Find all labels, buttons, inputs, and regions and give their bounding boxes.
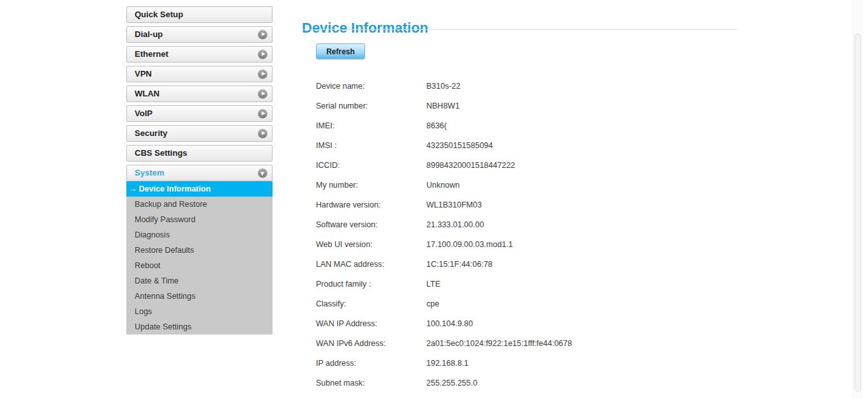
sidebar-item-label: VoIP (135, 109, 153, 118)
submenu-item-label: Reboot (135, 261, 160, 270)
info-row-label: Software version: (316, 220, 426, 229)
table-row: WAN IPv6 Address:2a01:5ec0:1024:f922:1e1… (316, 333, 737, 353)
submenu-item-update-settings[interactable]: Update Settings (126, 319, 273, 335)
info-row-label: IMSI : (316, 141, 426, 150)
submenu-item-label: Diagnosis (135, 230, 170, 239)
submenu-item-label: Modify Password (135, 215, 195, 224)
info-row-value: 21.333.01.00.00 (426, 220, 484, 229)
sidebar-item-ethernet[interactable]: Ethernet (126, 46, 273, 63)
chevron-right-icon (258, 89, 267, 99)
submenu-item-diagnosis[interactable]: Diagnosis (126, 227, 273, 243)
device-info-list: Device name:B310s-22Serial number:NBH8W1… (316, 76, 737, 393)
submenu-item-backup-and-restore[interactable]: Backup and Restore (126, 197, 273, 212)
sidebar: Quick SetupDial-upEthernetVPNWLANVoIPSec… (126, 6, 273, 335)
info-row-label: Subnet mask: (316, 379, 426, 388)
sidebar-item-label: Dial-up (135, 29, 163, 39)
submenu-item-date-time[interactable]: Date & Time (126, 273, 273, 289)
sidebar-item-label: CBS Settings (135, 148, 187, 158)
sidebar-item-security[interactable]: Security (126, 125, 273, 142)
info-row-value: 192.168.8.1 (426, 359, 468, 368)
table-row: IMSI :432350151585094 (316, 135, 737, 155)
table-row: My number:Unknown (316, 175, 737, 195)
sidebar-item-cbs-settings[interactable]: CBS Settings (126, 145, 273, 162)
router-admin-page: Quick SetupDial-upEthernetVPNWLANVoIPSec… (0, 0, 868, 399)
sidebar-item-label: Ethernet (135, 49, 168, 59)
submenu-item-antenna-settings[interactable]: Antenna Settings (126, 289, 273, 304)
sidebar-item-quick-setup[interactable]: Quick Setup (126, 6, 273, 23)
page-title: Device Information (302, 20, 428, 36)
info-row-value: 255.255.255.0 (426, 379, 477, 388)
table-row: IMEI:8636( (316, 116, 737, 135)
info-row-value: NBH8W1 (426, 102, 460, 110)
sidebar-item-label: WLAN (135, 89, 160, 98)
submenu-item-device-information[interactable]: →Device Information (126, 181, 273, 197)
info-row-value: Unknown (426, 181, 460, 190)
submenu-item-modify-password[interactable]: Modify Password (126, 212, 273, 227)
info-row-value: LTE (426, 280, 440, 289)
info-row-label: IMEI: (316, 121, 426, 130)
chevron-right-icon (258, 30, 267, 40)
table-row: Serial number:NBH8W1 (316, 96, 737, 116)
info-row-label: LAN MAC address: (316, 260, 426, 269)
sidebar-item-label: VPN (135, 69, 152, 79)
sidebar-item-label: Quick Setup (135, 10, 183, 19)
table-row: LAN MAC address:1C:15:1F:44:06:78 (316, 254, 737, 274)
info-row-value: WL1B310FM03 (426, 200, 482, 209)
title-divider (302, 29, 737, 30)
chevron-down-icon (258, 169, 267, 178)
submenu-item-label: Backup and Restore (135, 200, 207, 209)
info-row-value: 100.104.9.80 (426, 319, 473, 328)
info-row-value: 17.100.09.00.03.mod1.1 (426, 240, 513, 249)
chevron-right-icon (258, 50, 267, 59)
refresh-button[interactable]: Refresh (316, 43, 365, 59)
info-row-label: Device name: (316, 82, 426, 91)
sidebar-item-dial-up[interactable]: Dial-up (126, 26, 273, 43)
sidebar-item-label: Security (135, 128, 167, 138)
sidebar-item-system[interactable]: System (126, 165, 273, 181)
active-item-arrow-icon: → (129, 184, 137, 193)
info-row-label: My number: (316, 181, 426, 190)
table-row: Classify:cpe (316, 294, 737, 313)
chevron-right-icon (258, 129, 267, 139)
sidebar-item-vpn[interactable]: VPN (126, 66, 273, 82)
table-row: Hardware version:WL1B310FM03 (316, 195, 737, 215)
table-row: Software version:21.333.01.00.00 (316, 215, 737, 234)
sidebar-submenu-system: →Device InformationBackup and RestoreMod… (126, 181, 273, 335)
info-row-value: cpe (426, 299, 439, 308)
submenu-item-label: Update Settings (135, 322, 191, 331)
sidebar-item-label: System (135, 168, 164, 177)
info-row-label: Hardware version: (316, 200, 426, 209)
info-row-label: ICCID: (316, 161, 426, 170)
chevron-right-icon (258, 70, 267, 79)
table-row: Web UI version:17.100.09.00.03.mod1.1 (316, 234, 737, 254)
sidebar-item-wlan[interactable]: WLAN (126, 86, 273, 102)
table-row: ICCID:89984320001518447222 (316, 155, 737, 175)
info-row-value: 89984320001518447222 (426, 161, 515, 170)
table-row: Subnet mask:255.255.255.0 (316, 373, 737, 393)
vertical-scrollbar-thumb[interactable] (855, 33, 861, 392)
vertical-scrollbar-track[interactable] (853, 0, 863, 399)
info-row-value: 8636( (426, 121, 447, 130)
submenu-item-label: Logs (135, 307, 152, 316)
chevron-right-icon (258, 109, 267, 119)
info-row-label: Product family : (316, 280, 426, 289)
submenu-item-label: Device Information (139, 184, 211, 193)
info-row-label: Web UI version: (316, 240, 426, 249)
info-row-label: WAN IPv6 Address: (316, 339, 426, 348)
submenu-item-restore-defaults[interactable]: Restore Defaults (126, 243, 273, 258)
submenu-item-reboot[interactable]: Reboot (126, 258, 273, 273)
table-row: IP address:192.168.8.1 (316, 353, 737, 373)
submenu-item-logs[interactable]: Logs (126, 304, 273, 319)
info-row-value: B310s-22 (426, 82, 461, 91)
info-row-label: WAN IP Address: (316, 319, 426, 328)
sidebar-menu: Quick SetupDial-upEthernetVPNWLANVoIPSec… (126, 6, 273, 181)
submenu-item-label: Date & Time (135, 276, 179, 285)
table-row: Device name:B310s-22 (316, 76, 737, 96)
submenu-item-label: Antenna Settings (135, 292, 195, 301)
info-row-value: 2a01:5ec0:1024:f922:1e15:1fff:fe44:0678 (426, 339, 572, 348)
table-row: Product family :LTE (316, 274, 737, 294)
sidebar-item-voip[interactable]: VoIP (126, 105, 273, 122)
table-row: WAN IP Address:100.104.9.80 (316, 313, 737, 333)
info-row-value: 432350151585094 (426, 141, 493, 150)
submenu-item-label: Restore Defaults (135, 246, 194, 255)
